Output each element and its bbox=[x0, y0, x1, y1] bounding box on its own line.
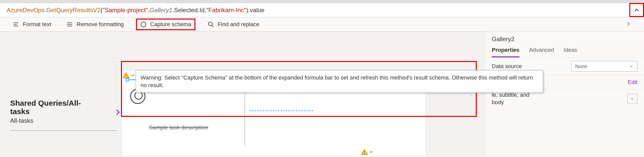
datasource-value: None bbox=[575, 64, 587, 69]
warning-dropdown[interactable] bbox=[130, 72, 136, 79]
left-item-chevron[interactable] bbox=[113, 108, 122, 118]
datasource-label: Data source bbox=[492, 63, 571, 70]
warning-badge[interactable] bbox=[361, 149, 368, 156]
svg-point-2 bbox=[126, 76, 127, 77]
struck-text: Sample task description bbox=[149, 124, 208, 131]
datasource-select[interactable]: None bbox=[571, 61, 637, 72]
find-replace-label: Find and replace bbox=[218, 21, 259, 28]
warning-tooltip-text: Warning: Select "Capture Schema" at the … bbox=[141, 74, 533, 88]
warning-dropdown[interactable] bbox=[369, 149, 374, 156]
find-replace-button[interactable]: Find and replace bbox=[205, 20, 263, 29]
selected-control-name: Gallery2 bbox=[485, 32, 644, 44]
gallery-item[interactable]: Sample task description bbox=[128, 86, 239, 147]
chevron-right-icon bbox=[625, 21, 632, 27]
left-item-title-line1: Shared Queries/All- bbox=[10, 99, 117, 107]
capture-schema-label: Capture schema bbox=[150, 21, 191, 28]
warning-badge[interactable] bbox=[122, 72, 130, 79]
remove-formatting-icon bbox=[66, 21, 73, 28]
formula-function: AzureDevOps.GetQueryResultsV2 bbox=[7, 7, 100, 14]
tab-ideas[interactable]: Ideas bbox=[564, 47, 577, 57]
chevron-down-icon bbox=[629, 64, 634, 69]
tab-properties[interactable]: Properties bbox=[492, 47, 519, 57]
left-item-title-line2: tasks bbox=[10, 107, 117, 116]
warning-icon bbox=[361, 149, 368, 156]
svg-point-4 bbox=[364, 153, 365, 154]
remove-formatting-button[interactable]: Remove formatting bbox=[63, 20, 127, 29]
collapse-toolbar-button[interactable] bbox=[625, 21, 632, 28]
svg-point-1 bbox=[208, 22, 212, 26]
svg-point-0 bbox=[141, 22, 146, 27]
tab-advanced[interactable]: Advanced bbox=[529, 47, 554, 57]
chevron-down-icon bbox=[130, 72, 136, 78]
left-item-subtitle: All-tasks bbox=[10, 117, 117, 124]
chevron-right-icon bbox=[113, 108, 122, 117]
chevron-down-icon bbox=[630, 97, 635, 101]
formula-bar-wrapper: AzureDevOps.GetQueryResultsV2("Sample-pr… bbox=[0, 3, 644, 17]
formula-bar[interactable]: AzureDevOps.GetQueryResultsV2("Sample-pr… bbox=[0, 3, 629, 17]
capture-schema-button[interactable]: Capture schema bbox=[136, 19, 195, 30]
layout-label: le, subtitle, and body bbox=[492, 91, 627, 106]
side-panel-tabs: Properties Advanced Ideas bbox=[485, 44, 644, 57]
warning-tooltip: Warning: Select "Capture Schema" at the … bbox=[136, 70, 543, 93]
search-icon bbox=[208, 21, 214, 28]
chevron-down-icon bbox=[369, 149, 374, 155]
formula-toolbar: Format text Remove formatting Capture sc… bbox=[0, 17, 644, 32]
format-text-label: Format text bbox=[23, 21, 51, 28]
chevron-up-icon bbox=[633, 6, 640, 14]
layout-select[interactable] bbox=[627, 94, 637, 104]
remove-formatting-label: Remove formatting bbox=[76, 21, 124, 28]
format-text-button[interactable]: Format text bbox=[10, 20, 54, 29]
capture-schema-icon bbox=[140, 21, 147, 28]
format-text-icon bbox=[13, 21, 19, 28]
expand-formula-button[interactable] bbox=[629, 3, 644, 17]
warning-icon bbox=[122, 72, 130, 79]
fields-edit-link[interactable]: Edit bbox=[628, 79, 637, 86]
canvas-area[interactable]: Shared Queries/All- tasks All-tasks Samp… bbox=[0, 32, 485, 157]
properties-panel: Gallery2 Properties Advanced Ideas Data … bbox=[485, 32, 644, 157]
left-list-item[interactable]: Shared Queries/All- tasks All-tasks bbox=[10, 99, 117, 124]
